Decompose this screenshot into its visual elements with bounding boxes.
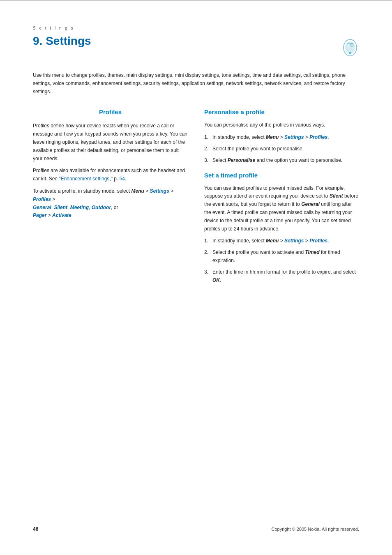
personalise-step-3: 3. Select Personalise and the option you… xyxy=(204,157,359,165)
timed-step-2: 2. Select the profile you want to activa… xyxy=(204,249,359,265)
timed-general: General xyxy=(301,201,320,207)
timed-step-num-1: 1. xyxy=(204,237,208,245)
two-column-layout: Profiles Profiles define how your device… xyxy=(33,106,359,290)
profiles-body-3: To activate a profile, in standby mode, … xyxy=(33,187,188,220)
footer-copyright: Copyright © 2005 Nokia. All rights reser… xyxy=(271,527,359,532)
nokia-phone-icon xyxy=(334,39,359,63)
menu-item-silent: Silent xyxy=(54,205,67,210)
right-column: Personalise a profile You can personalis… xyxy=(204,106,359,290)
timed-profile-body: You can use timed profiles to prevent mi… xyxy=(204,184,359,233)
header-row: 9. Settings xyxy=(33,35,359,63)
chapter-heading: 9. Settings xyxy=(33,35,326,48)
menu-item-profiles: Profiles xyxy=(33,196,51,202)
timed-step-num-2: 2. xyxy=(204,249,208,257)
content-area: S e t t i n g s 9. Settings xyxy=(0,1,392,315)
step-num-3: 3. xyxy=(204,157,208,165)
personalise-step-2: 2. Select the profile you want to person… xyxy=(204,145,359,153)
personalise-profiles-1: Profiles xyxy=(309,134,327,140)
timed-profile-heading: Set a timed profile xyxy=(204,170,359,180)
timed-profiles-1: Profiles xyxy=(309,238,327,244)
personalise-heading: Personalise a profile xyxy=(204,107,359,117)
footer-page-number: 46 xyxy=(33,526,38,532)
personalise-menu-1: Menu xyxy=(266,134,279,140)
menu-item-activate: Activate xyxy=(52,212,71,218)
page-54-link[interactable]: 54 xyxy=(120,176,125,182)
timed-ok-menu: OK xyxy=(212,277,220,283)
timed-settings-1: Settings xyxy=(284,238,304,244)
header-right xyxy=(326,35,359,63)
profiles-body-2: Profiles are also available for enhancem… xyxy=(33,167,188,183)
personalise-steps-list: 1. In standby mode, select Menu > Settin… xyxy=(204,134,359,164)
timed-timed-menu: Timed xyxy=(305,249,319,255)
personalise-step-1: 1. In standby mode, select Menu > Settin… xyxy=(204,134,359,142)
profiles-heading: Profiles xyxy=(33,107,188,117)
timed-step-num-3: 3. xyxy=(204,268,208,276)
profiles-body-1: Profiles define how your device reacts w… xyxy=(33,122,188,163)
timed-menu-1: Menu xyxy=(266,238,279,244)
chapter-title-text: Settings xyxy=(46,35,91,47)
personalise-intro: You can personalise any of the profiles … xyxy=(204,121,359,129)
left-column: Profiles Profiles define how your device… xyxy=(33,106,188,290)
page: S e t t i n g s 9. Settings xyxy=(0,0,392,555)
menu-item-general: General xyxy=(33,205,51,210)
footer: 46 Copyright © 2005 Nokia. All rights re… xyxy=(0,520,392,539)
header-left: 9. Settings xyxy=(33,35,326,60)
timed-silent: Silent xyxy=(330,193,343,199)
timed-step-3: 3. Enter the time in hh:mm format for th… xyxy=(204,268,359,285)
menu-item-outdoor: Outdoor xyxy=(92,205,111,210)
section-label: S e t t i n g s xyxy=(33,26,359,30)
svg-rect-3 xyxy=(347,43,353,44)
menu-item-meeting: Meeting xyxy=(70,205,89,210)
svg-point-5 xyxy=(351,44,353,46)
svg-point-2 xyxy=(349,52,351,54)
menu-item-pager: Pager xyxy=(33,212,46,218)
chapter-number: 9. xyxy=(33,35,42,47)
personalise-menu-item: Personalise xyxy=(228,157,255,163)
step-num-2: 2. xyxy=(204,145,208,153)
menu-item-menu: Menu xyxy=(131,188,144,194)
timed-steps-list: 1. In standby mode, select Menu > Settin… xyxy=(204,237,359,284)
svg-point-6 xyxy=(348,44,350,48)
personalise-settings-1: Settings xyxy=(284,134,304,140)
menu-item-settings: Settings xyxy=(150,188,169,194)
timed-step-1: 1. In standby mode, select Menu > Settin… xyxy=(204,237,359,245)
intro-text: Use this menu to change profiles, themes… xyxy=(33,71,359,96)
step-num-1: 1. xyxy=(204,134,208,142)
enhancement-settings-link[interactable]: Enhancement settings xyxy=(61,176,110,182)
